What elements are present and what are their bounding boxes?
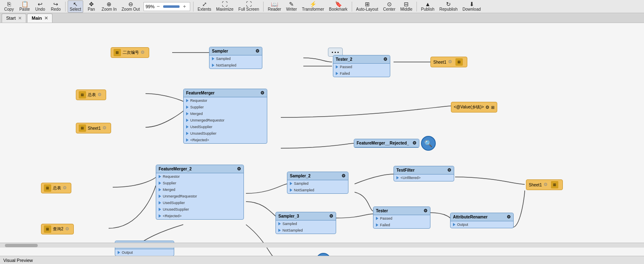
node-sampler3[interactable]: Sampler_3 ⚙ Sampled NotSampled: [275, 212, 336, 234]
node-tester[interactable]: Tester ⚙ Passed Failed: [373, 207, 430, 229]
select-button[interactable]: ↖ Select: [68, 0, 83, 13]
node-sheet1-1[interactable]: Sheet1 ⊞: [430, 57, 467, 67]
node-fm-rejected-container: FeatureMerger__Rejected_ ⚙ 🔍: [354, 136, 436, 151]
总表2-gear-icon[interactable]: [63, 185, 68, 191]
extents-button[interactable]: ⤢ Extents: [196, 0, 213, 13]
tester2-gear-icon[interactable]: ⚙: [383, 57, 387, 62]
fm-rejected-gear-icon[interactable]: ⚙: [412, 140, 416, 146]
pan-button[interactable]: ✥ Pan: [84, 0, 99, 13]
attributerenamer-output-arrow: [453, 223, 455, 226]
copy-button[interactable]: ⎘ Copy: [2, 0, 16, 13]
attributerenamer-gear-icon[interactable]: ⚙: [507, 214, 511, 220]
ellipsis-text: • • •: [332, 50, 339, 55]
transformer-button[interactable]: ⚡ Transformer: [300, 0, 326, 13]
tester2-port-passed: Passed: [333, 64, 390, 70]
fm-rejected-title: FeatureMerger__Rejected_: [357, 141, 409, 145]
maximize-button[interactable]: ⛶ Maximize: [214, 0, 235, 13]
node-attributerenamer[interactable]: AttributeRenamer ⚙ Output: [450, 213, 514, 228]
tab-start-close[interactable]: ✕: [18, 16, 22, 21]
download-button[interactable]: ⬇ Download: [460, 0, 482, 13]
tester-gear-icon[interactable]: ⚙: [423, 208, 428, 213]
featuremerger-header: FeatureMerger ⚙: [184, 89, 267, 97]
sampler2-port-sampled: Sampled: [287, 180, 348, 187]
fm-merged-arrow: [186, 112, 189, 115]
fm2-merged-arrow: [159, 188, 161, 191]
middle-icon: ⊟: [404, 1, 409, 7]
fm-requestor-arrow: [186, 99, 189, 102]
fm2-rejected-inspect-icon[interactable]: 🔍: [316, 253, 331, 256]
zoom-minus-button[interactable]: −: [155, 3, 162, 10]
fm2-rejected-arrow: [159, 214, 161, 218]
node-总表2[interactable]: ⊞ 总表: [41, 183, 71, 193]
node-testfilter[interactable]: TestFilter ⚙ <Unfiltered>: [394, 166, 454, 181]
center-label: Center: [383, 7, 396, 11]
full-screen-button[interactable]: ⛶ Full Screen: [237, 0, 262, 13]
tester-port-failed: Failed: [373, 222, 430, 228]
tab-main[interactable]: Main ✕: [27, 14, 52, 23]
node-fm-rejected[interactable]: FeatureMerger__Rejected_ ⚙: [354, 139, 419, 148]
zoom-in-icon: ⊕: [107, 1, 112, 7]
sheet1-1-gear-icon[interactable]: [448, 59, 454, 65]
download-label: Download: [462, 7, 480, 11]
sheet1-1-label: Sheet1: [433, 60, 446, 64]
sampler2-gear-icon[interactable]: ⚙: [341, 173, 346, 179]
node-二次编号[interactable]: ⊞ 二次编号: [111, 47, 149, 58]
node-tester2[interactable]: Tester_2 ⚙ Passed Failed: [333, 55, 390, 77]
node-sheet1-rw[interactable]: ⊞ Sheet1: [76, 123, 111, 133]
node-查询2[interactable]: ⊞ 查询2: [41, 224, 74, 234]
node-featuremerger2[interactable]: FeatureMerger_2 ⚙ Requestor Supplier Mer…: [156, 165, 244, 220]
fm2-port-rejected: <Rejected>: [156, 213, 243, 219]
zoom-in-button[interactable]: ⊕ Zoom In: [100, 0, 119, 13]
zoom-slider[interactable]: [163, 5, 180, 8]
featuremerger-title: FeatureMerger: [186, 91, 214, 95]
featuremerger-gear-icon[interactable]: ⚙: [260, 90, 264, 96]
二次编号-gear-icon[interactable]: [141, 50, 146, 55]
sheet1-rw-gear-icon[interactable]: [102, 125, 108, 131]
fm2-port-merged: Merged: [156, 186, 243, 193]
查询2-gear-icon[interactable]: [65, 226, 71, 232]
zoom-plus-button[interactable]: +: [181, 3, 188, 10]
featuremerger2-gear-icon[interactable]: ⚙: [237, 166, 241, 172]
center-button[interactable]: ⊙ Center: [381, 0, 398, 13]
node-总表1[interactable]: ⊞ 总表: [76, 90, 106, 100]
value-乡镇-gear-icon[interactable]: ⚙: [485, 105, 489, 110]
paste-button[interactable]: 📋 Paste: [17, 0, 32, 13]
tab-start[interactable]: Start ✕: [2, 14, 26, 23]
testfilter-gear-icon[interactable]: ⚙: [447, 168, 451, 173]
transformer-label: Transformer: [302, 7, 324, 11]
writer-button[interactable]: ✎ Writer: [284, 0, 299, 13]
scrollbar-thumb[interactable]: [5, 244, 38, 247]
fm-port-requestor: Requestor: [184, 97, 267, 104]
bookmark-button[interactable]: 🔖 Bookmark: [327, 0, 350, 13]
node-sheet1-3[interactable]: Sheet1 ⊞: [526, 179, 563, 190]
sheet1-3-gear-icon[interactable]: [544, 182, 549, 188]
node-sampler2[interactable]: Sampler_2 ⚙ Sampled NotSampled: [287, 172, 348, 194]
auto-layout-button[interactable]: ⊞ Auto-Layout: [354, 0, 380, 13]
fm-rejected-inspect-icon[interactable]: 🔍: [421, 136, 436, 151]
bottom-bar: Visual Preview: [0, 256, 644, 264]
sampler3-sampled-arrow: [278, 222, 281, 225]
node-sampler[interactable]: Sampler ⚙ Sampled NotSampled: [209, 47, 262, 69]
republish-label: Republish: [439, 7, 457, 11]
node-value-乡镇[interactable]: <@Value(乡镇)> ⚙ ⊞: [451, 102, 497, 112]
reader-button[interactable]: 📖 Reader: [266, 0, 283, 13]
tester-title: Tester: [376, 209, 388, 213]
sampler3-gear-icon[interactable]: ⚙: [329, 213, 333, 219]
总表1-gear-icon[interactable]: [98, 92, 103, 98]
tester2-failed-arrow: [336, 72, 338, 75]
canvas[interactable]: ⊞ 二次编号 Sampler ⚙ Sampled NotSampled • • …: [0, 23, 644, 256]
node-featuremerger[interactable]: FeatureMerger ⚙ Requestor Supplier Merge…: [183, 89, 267, 144]
undo-button[interactable]: ↩ Undo: [33, 0, 48, 13]
tab-main-close[interactable]: ✕: [44, 16, 48, 21]
redo-button[interactable]: ↪ Redo: [48, 0, 63, 13]
republish-button[interactable]: ↻ Republish: [437, 0, 460, 13]
publish-button[interactable]: ▲ Publish: [419, 0, 437, 13]
horizontal-scrollbar[interactable]: [0, 243, 644, 248]
zoom-out-button[interactable]: ⊖ Zoom Out: [119, 0, 141, 13]
fm2-port-usedsupplier: UsedSupplier: [156, 200, 243, 206]
sampler-gear-icon[interactable]: ⚙: [255, 48, 259, 54]
middle-button[interactable]: ⊟ Middle: [398, 0, 414, 13]
查询2-table-icon: ⊞: [44, 225, 51, 233]
tester-failed-arrow: [376, 223, 378, 227]
sampler-port-sampled: Sampled: [209, 55, 262, 62]
